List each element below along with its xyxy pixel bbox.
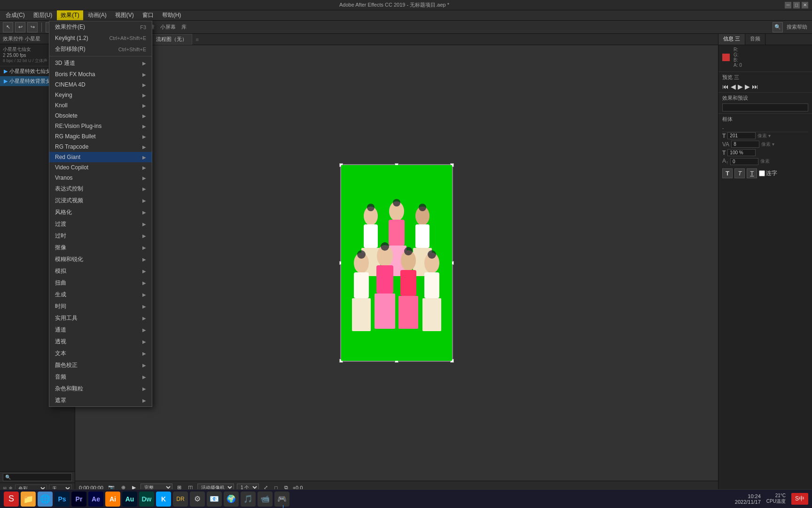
dropdown-item-utility[interactable]: 实用工具 ▶ [49,312,152,324]
taskbar-pr[interactable]: Pr [71,492,86,507]
typo-size-input[interactable] [727,132,756,139]
taskbar-extra3[interactable]: 🌍 [224,492,239,507]
taskbar-extra2[interactable]: 📧 [207,492,222,507]
italic-button[interactable]: T [734,168,745,178]
taskbar-extra4[interactable]: 🎵 [241,492,256,507]
dropdown-item-cinema4d[interactable]: CINEMA 4D ▶ [49,79,152,90]
dropdown-item-keying2[interactable]: 抠像 ▶ [49,242,152,254]
taskbar-extra5[interactable]: 📹 [258,492,273,507]
dropdown-item-expr-ctrl[interactable]: 表达式控制 ▶ [49,183,152,195]
taskbar-extra1[interactable]: ⚙ [190,492,205,507]
dropdown-item-mask[interactable]: 遮罩 ▶ [49,395,152,406]
taskbar-k[interactable]: K [156,492,171,507]
preview-play-btn[interactable]: ▶ [738,83,743,90]
dropdown-item-keylight[interactable]: Keylight (1.2) Ctrl+Alt+Shift+E [49,33,152,43]
close-button[interactable]: ✕ [802,2,808,8]
right-tab-audio[interactable]: 音频 [745,34,765,45]
typo-baseline-unit: 像素 [760,158,770,165]
dropdown-arrow-text: ▶ [142,351,146,356]
toolbar-redo[interactable]: ↪ [27,22,38,32]
svg-point-27 [404,247,413,255]
dropdown-item-perspective[interactable]: 透视 ▶ [49,336,152,348]
menu-composition[interactable]: 合成(C) [2,10,29,20]
center-area: 合成 小星星特效背景 2 ≡ 流程图（无） ≡ [75,34,718,494]
dropdown-label-revision: RE:Vision Plug-ins [55,123,102,129]
dropdown-item-rg-trap[interactable]: RG Trapcode ▶ [49,142,152,152]
dropdown-item-effect-controls[interactable]: 效果控件(E) F3 [49,21,152,33]
dropdown-item-color-correct[interactable]: 颜色校正 ▶ [49,359,152,371]
dropdown-item-stylize[interactable]: 风格化 ▶ [49,206,152,218]
toolbar-search-btn[interactable]: 🔍 [773,22,783,32]
menu-effects[interactable]: 效果(T) [57,10,83,20]
typo-baseline-input[interactable] [730,158,758,165]
dropdown-label-text: 文本 [55,349,66,357]
typo-kern-input[interactable] [731,141,759,148]
menu-animation[interactable]: 动画(A) [84,10,110,20]
taskbar-explorer[interactable]: 📁 [21,492,36,507]
right-tab-info[interactable]: 信息 三 [718,34,745,45]
dropdown-item-generate[interactable]: 生成 ▶ [49,289,152,301]
dropdown-arrow-utility: ▶ [142,316,146,321]
dropdown-item-obsolete2[interactable]: 过时 ▶ [49,230,152,242]
ligature-checkbox[interactable] [759,170,765,176]
menu-layer[interactable]: 图层(U) [30,10,56,20]
taskbar-ai[interactable]: Ai [105,492,120,507]
effects-search-input[interactable] [722,103,808,111]
menu-window[interactable]: 窗口 [139,10,157,20]
taskbar-chrome[interactable]: 🌐 [38,492,53,507]
dropdown-item-knoll[interactable]: Knoll ▶ [49,100,152,111]
preview-title: 预览 三 [722,74,808,81]
dropdown-item-keying[interactable]: Keying ▶ [49,90,152,100]
bold-button[interactable]: T [722,168,733,178]
typo-scale-input[interactable] [727,149,756,156]
preview-title-text: 预览 三 [722,74,739,81]
taskbar-davinci[interactable]: DR [173,492,188,507]
toolbar-select[interactable]: ↖ [3,22,13,32]
dropdown-item-immersive[interactable]: 沉浸式视频 ▶ [49,195,152,206]
dropdown-arrow-red-giant: ▶ [142,155,146,160]
dropdown-item-revision[interactable]: RE:Vision Plug-ins ▶ [49,121,152,131]
taskbar-au[interactable]: Au [122,492,137,507]
preview-first-btn[interactable]: ⏮ [722,83,729,90]
dropdown-item-video-copilot[interactable]: Video Copilot ▶ [49,162,152,173]
menu-help[interactable]: 帮助(H) [158,10,185,20]
dropdown-item-simulate[interactable]: 模拟 ▶ [49,265,152,277]
dropdown-label-boris: Boris FX Mocha [55,71,95,78]
maximize-button[interactable]: □ [793,2,800,8]
taskbar-dw[interactable]: Dw [139,492,154,507]
dropdown-item-blur[interactable]: 模糊和锐化 ▶ [49,254,152,265]
dropdown-item-text[interactable]: 文本 ▶ [49,348,152,359]
toolbar-undo[interactable]: ↩ [15,22,25,32]
taskbar-extra6[interactable]: 🎮 [274,492,289,507]
preview-prev-btn[interactable]: ◀ [731,83,736,90]
dropdown-label-cinema4d: CINEMA 4D [55,81,86,88]
preview-last-btn[interactable]: ⏭ [752,83,758,90]
dropdown-item-obsolete[interactable]: Obsolete ▶ [49,111,152,121]
dropdown-item-boris[interactable]: Boris FX Mocha ▶ [49,69,152,79]
underline-button[interactable]: T [747,168,757,178]
dropdown-item-3d-channel[interactable]: 3D 通道 ▶ [49,57,152,69]
dropdown-item-time[interactable]: 时间 ▶ [49,301,152,312]
project-search-input[interactable] [3,473,72,481]
dropdown-item-audio[interactable]: 音频 ▶ [49,371,152,383]
taskbar-ae[interactable]: Ae [88,492,103,507]
dropdown-label-mask: 遮罩 [55,397,66,405]
taskbar-ps[interactable]: Ps [55,492,70,507]
taskbar-start[interactable]: S [4,492,19,507]
dropdown-item-rg-magic[interactable]: RG Magic Bullet ▶ [49,131,152,142]
dropdown-item-vranos[interactable]: Vranos ▶ [49,173,152,183]
dropdown-item-channel[interactable]: 通道 ▶ [49,324,152,336]
dropdown-item-noise[interactable]: 杂色和颗粒 ▶ [49,383,152,395]
dropdown-item-distort[interactable]: 扭曲 ▶ [49,277,152,289]
taskbar-sougou[interactable]: S中 [791,493,808,505]
comp-tab-flow[interactable]: 流程图（无） [151,34,192,45]
info-A: A: 0 [734,63,742,68]
dropdown-item-red-giant[interactable]: Red Giant ▶ [49,152,152,162]
dropdown-item-remove-all[interactable]: 全部移除(R) Ctrl+Shift+E [49,43,152,55]
menu-view[interactable]: 视图(V) [111,10,138,20]
preview-next-btn[interactable]: ▶ [745,83,750,90]
minimize-button[interactable]: ─ [785,2,791,8]
ligature-label[interactable]: 连字 [759,168,777,178]
dropdown-item-transition[interactable]: 过渡 ▶ [49,218,152,230]
taskbar-clock: 10:24 2022/11/17 [735,493,761,505]
